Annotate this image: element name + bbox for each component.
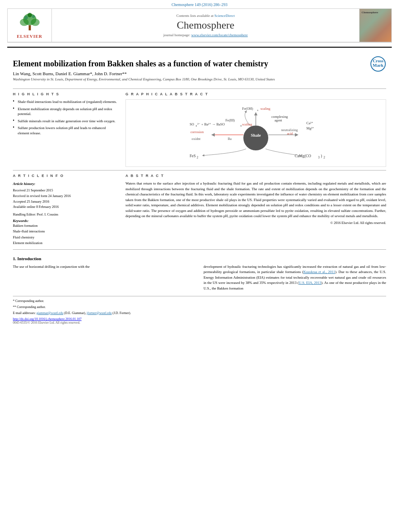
svg-text:Fe(OH): Fe(OH) — [242, 107, 253, 111]
main-content: Element mobilization from Bakken shales … — [0, 48, 399, 329]
history-label: Article history: — [13, 181, 117, 187]
article-info-header: A R T I C L E I N F O — [13, 174, 117, 178]
svg-text:3: 3 — [318, 156, 320, 159]
divider-1 — [13, 88, 386, 89]
article-info-column: A R T I C L E I N F O Article history: R… — [13, 174, 117, 246]
divider-3 — [13, 249, 386, 250]
email-link-1[interactable]: giammar@wustl.edu — [37, 311, 64, 315]
svg-text:Mg²⁺: Mg²⁺ — [306, 126, 315, 130]
elsevier-logo: ELSEVIER — [8, 9, 52, 42]
abstract-column: A B S T R A C T Waters that return to th… — [125, 174, 386, 246]
authors: Lin Wang, Scott Burns, Daniel E. Giammar… — [13, 71, 365, 76]
keywords-label: Keywords: — [13, 219, 117, 223]
highlight-item-4: Sulfate production lowers solution pH an… — [13, 125, 117, 136]
svg-text:FeS: FeS — [189, 154, 195, 158]
keyword-1: Bakken formation — [13, 223, 117, 228]
graphical-abstract-header: G R A P H I C A L A B S T R A C T — [125, 92, 386, 96]
svg-text:Ca²⁺: Ca²⁺ — [306, 121, 313, 125]
highlight-item-3: Sulfide minerals result in sulfate gener… — [13, 119, 117, 124]
citation-bar: Chemosphere 149 (2016) 286–293 — [0, 0, 399, 8]
highlights-list: Shale-fluid interactions lead to mobiliz… — [13, 99, 117, 136]
ref-kuuskraa[interactable]: Kuuskraa et al., 2011 — [303, 270, 335, 274]
highlights-graphical-section: H I G H L I G H T S Shale-fluid interact… — [13, 92, 386, 167]
graphical-abstract-column: G R A P H I C A L A B S T R A C T Shale … — [125, 92, 386, 167]
svg-point-1 — [20, 18, 29, 26]
svg-point-6 — [27, 13, 32, 17]
footnote-emails: E-mail addresses: giammar@wustl.edu (D.E… — [13, 311, 386, 316]
header-top-row: ELSEVIER Contents lists available at Sci… — [8, 9, 391, 42]
footnotes-section: * Corresponding author. ** Corresponding… — [13, 296, 386, 316]
svg-text:neutralizing: neutralizing — [281, 128, 298, 132]
svg-text:SO: SO — [189, 122, 194, 126]
svg-point-2 — [31, 18, 39, 26]
svg-text:oxidnt: oxidnt — [191, 137, 201, 141]
journal-header: ELSEVIER Contents lists available at Sci… — [7, 8, 392, 43]
svg-text:2: 2 — [197, 156, 198, 159]
keywords-list: Bakken formation Shale-fluid interaction… — [13, 223, 117, 246]
article-history: Article history: Received 21 September 2… — [13, 181, 117, 210]
abstract-header: A B S T R A C T — [125, 174, 386, 178]
handling-editor: Handling Editor: Prof. I. Cousins — [13, 212, 117, 216]
highlight-item-1: Shale-fluid interactions lead to mobiliz… — [13, 99, 117, 105]
homepage-link[interactable]: www.elsevier.com/locate/chemosphere — [191, 33, 248, 37]
svg-text:4: 4 — [195, 124, 197, 127]
intro-left-col: The use of horizontal drilling in conjun… — [13, 264, 195, 292]
received-revised-date: Received in revised form 24 January 2016 — [13, 193, 117, 199]
svg-text:²⁻ + Ba²⁺ → BaSO: ²⁻ + Ba²⁺ → BaSO — [197, 122, 225, 126]
info-abstract-section: A R T I C L E I N F O Article history: R… — [13, 174, 386, 246]
svg-rect-3 — [29, 25, 31, 31]
svg-text:Shale: Shale — [251, 133, 261, 138]
footnote-star1: * Corresponding author. — [13, 299, 386, 304]
svg-text:Fe(III): Fe(III) — [226, 118, 235, 122]
keyword-2: Shale-fluid interactions — [13, 228, 117, 234]
keyword-4: Element mobilization — [13, 240, 117, 246]
highlight-item-2: Element mobilization strongly depends on… — [13, 107, 117, 117]
svg-text:Ba: Ba — [228, 137, 232, 141]
email-link-2[interactable]: jfortner@wustl.edu — [87, 311, 112, 315]
svg-text:x: x — [257, 109, 259, 111]
elsevier-tree-icon — [16, 12, 44, 32]
intro-two-col: The use of horizontal drilling in conjun… — [13, 264, 386, 292]
journal-cover-image: Chemosphere — [359, 9, 391, 42]
doi-line: http://dx.doi.org/10.1016/j.chemosphere.… — [13, 317, 386, 321]
ref-eia[interactable]: U.S. EIA, 2013 — [299, 281, 321, 285]
received-date: Received 21 September 2015 — [13, 188, 117, 193]
affiliation: Washington University in St. Louis, Depa… — [13, 77, 365, 81]
crossmark-icon: Cross Mark — [370, 56, 386, 72]
header-center: Contents lists available at ScienceDirec… — [52, 9, 359, 42]
journal-homepage: journal homepage: www.elsevier.com/locat… — [163, 33, 248, 37]
crossmark-badge: Cross Mark — [370, 56, 386, 73]
svg-text:4: 4 — [240, 124, 242, 127]
issn-line: 0045-6535/© 2016 Elsevier Ltd. All right… — [13, 321, 386, 325]
citation-text: Chemosphere 149 (2016) 286–293 — [171, 2, 227, 7]
svg-text:scaling: scaling — [261, 107, 271, 111]
article-title: Element mobilization from Bakken shales … — [13, 58, 365, 69]
cover-label: Chemosphere — [362, 11, 378, 14]
intro-right-text: development of hydraulic fracturing tech… — [204, 264, 386, 292]
shale-circle — [243, 125, 268, 150]
divider-2 — [13, 170, 386, 170]
svg-text:corrosion: corrosion — [190, 130, 204, 134]
svg-text:CaMg(CO: CaMg(CO — [295, 154, 311, 158]
available-date: Available online 8 February 2016 — [13, 204, 117, 210]
keywords-section: Keywords: Bakken formation Shale-fluid i… — [13, 219, 117, 246]
journal-title: Chemosphere — [177, 19, 234, 31]
copyright-text: © 2016 Elsevier Ltd. All rights reserved… — [125, 221, 386, 225]
svg-text:Mark: Mark — [373, 63, 384, 68]
graphical-abstract-box: Shale FeS 2 CaMg(CO 3 ) 2 Fe(OH) x scali… — [125, 99, 386, 167]
svg-text:2: 2 — [323, 156, 325, 159]
svg-text:agent: agent — [274, 118, 282, 122]
svg-text:complexing: complexing — [271, 115, 288, 119]
svg-point-4 — [24, 16, 28, 19]
svg-text:scaling: scaling — [242, 122, 252, 126]
and-conjunction: and — [253, 281, 259, 285]
elsevier-name: ELSEVIER — [17, 34, 43, 39]
schematic-diagram: Shale FeS 2 CaMg(CO 3 ) 2 Fe(OH) x scali… — [129, 103, 383, 163]
introduction-title: 1. Introduction — [13, 256, 386, 261]
doi-link[interactable]: http://dx.doi.org/10.1016/j.chemosphere.… — [13, 317, 82, 321]
introduction-section: 1. Introduction The use of horizontal dr… — [13, 256, 386, 292]
svg-point-5 — [32, 15, 35, 18]
svg-text:): ) — [321, 154, 322, 158]
intro-right-col: development of hydraulic fracturing tech… — [204, 264, 386, 292]
sciencedirect-link[interactable]: ScienceDirect — [214, 14, 234, 18]
